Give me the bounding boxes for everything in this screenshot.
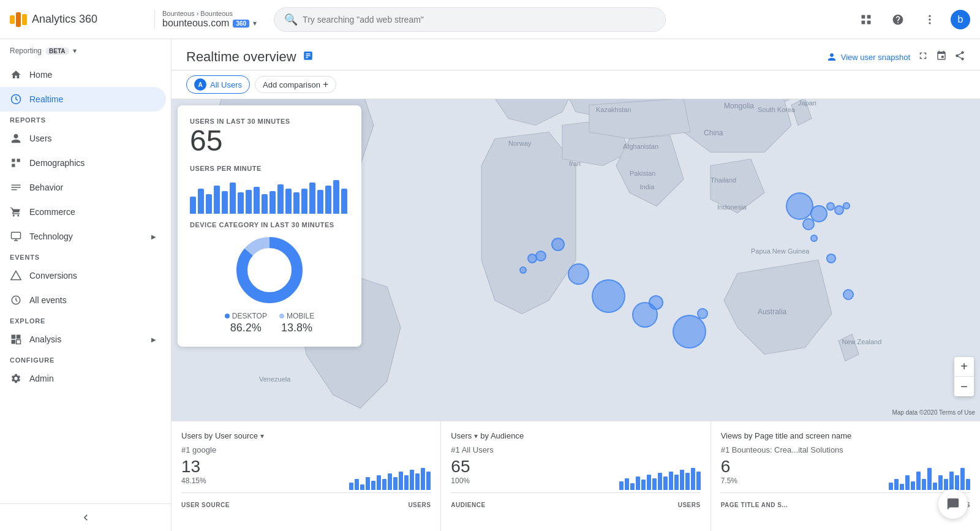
share-icon-button[interactable] <box>954 50 965 64</box>
page-title-card: Views by Page title and screen name #1 B… <box>711 421 980 531</box>
mobile-value: 13.8% <box>281 322 312 334</box>
domain-dropdown-icon[interactable]: ▾ <box>253 19 257 28</box>
svg-point-5 <box>929 18 930 20</box>
audience-dropdown-icon[interactable]: ▾ <box>474 432 478 440</box>
sidebar-collapse-button[interactable] <box>0 503 171 531</box>
sidebar-item-realtime[interactable]: Realtime <box>0 87 166 111</box>
bar-item <box>301 189 307 214</box>
bar-item <box>341 189 347 214</box>
bar-item <box>309 183 315 213</box>
mobile-dot <box>279 314 284 318</box>
mini-bar-item <box>388 473 392 490</box>
bar-item <box>277 184 284 214</box>
page-title-col-left: PAGE TITLE AND S... <box>721 502 788 508</box>
bar-item <box>262 194 268 214</box>
mini-bar-item <box>955 475 959 490</box>
svg-rect-2 <box>862 20 865 24</box>
page-title: Realtime overview <box>186 49 296 65</box>
mini-bar-item <box>938 475 943 490</box>
help-icon-button[interactable] <box>887 9 909 31</box>
svg-rect-13 <box>12 189 17 190</box>
mini-bar-item <box>366 477 370 490</box>
mini-bar-item <box>415 473 420 490</box>
logo-area: Analytics 360 <box>10 12 145 27</box>
page-title-sub: 7.5% <box>721 476 843 485</box>
sidebar-item-demographics[interactable]: Demographics <box>0 151 166 175</box>
sidebar-item-all-events[interactable]: All events <box>0 288 166 312</box>
sidebar-item-users[interactable]: Users <box>0 126 166 151</box>
bar-item <box>190 197 196 214</box>
title-link-icon[interactable] <box>303 50 314 64</box>
mini-bar-item <box>360 484 364 490</box>
mini-bar-item <box>685 473 690 490</box>
mini-bar-item <box>421 468 425 490</box>
svg-text:Norway: Norway <box>508 140 532 147</box>
domain-name: bounteous.com <box>162 18 229 29</box>
bar-item <box>254 187 260 214</box>
apps-icon-button[interactable] <box>855 9 877 31</box>
mini-bar-item <box>426 472 431 490</box>
sidebar-users-label: Users <box>29 134 52 143</box>
beta-badge: BETA <box>45 47 69 55</box>
user-source-col-right: USERS <box>408 502 431 508</box>
sidebar-item-ecommerce[interactable]: Ecommerce <box>0 200 166 224</box>
audience-sub: 100% <box>451 476 493 485</box>
top-actions: b <box>855 9 970 31</box>
desktop-value: 86.2% <box>230 322 262 334</box>
mini-bar-item <box>636 476 640 490</box>
content-area: Realtime overview View user snapshot <box>172 39 980 531</box>
conversions-icon <box>10 269 22 282</box>
breadcrumb-bottom: bounteous.com 360 ▾ <box>162 18 257 29</box>
breadcrumb-parent: Bounteous › Bounteous <box>162 10 257 17</box>
calendar-icon-button[interactable] <box>936 50 947 64</box>
users-icon <box>10 132 22 145</box>
zoom-in-button[interactable]: + <box>954 357 974 377</box>
svg-rect-16 <box>12 335 16 339</box>
sidebar-item-technology[interactable]: Technology ▶ <box>0 224 166 249</box>
user-source-card-title: Users by User source ▾ <box>181 431 431 440</box>
mini-bar-item <box>663 476 668 490</box>
view-snapshot-button[interactable]: View user snapshot <box>826 51 910 62</box>
search-bar[interactable]: 🔍 <box>274 7 666 32</box>
user-avatar[interactable]: b <box>951 10 970 29</box>
mini-bar-item <box>382 479 386 490</box>
audience-col-left: AUDIENCE <box>451 502 485 508</box>
zoom-out-button[interactable]: − <box>954 377 974 396</box>
search-input[interactable] <box>303 15 655 24</box>
sidebar-item-home[interactable]: Home <box>0 62 166 87</box>
desktop-dot <box>225 314 230 318</box>
bar-item <box>325 186 331 214</box>
svg-text:Japan: Japan <box>798 99 816 107</box>
sidebar-item-behavior[interactable]: Behavior <box>0 175 166 200</box>
add-comparison-button[interactable]: Add comparison + <box>255 76 336 93</box>
audience-main: #1 All Users 65 100% <box>451 445 700 490</box>
audience-title2: by Audience <box>480 431 524 440</box>
all-users-filter-chip[interactable]: A All Users <box>186 75 250 94</box>
technology-expand-icon: ▶ <box>151 233 156 240</box>
mini-bar-item <box>949 472 954 490</box>
more-icon-button[interactable] <box>919 9 941 31</box>
mini-bar-item <box>399 472 403 490</box>
sidebar-item-admin[interactable]: Admin <box>0 366 166 391</box>
sidebar-item-analysis[interactable]: Analysis ▶ <box>0 327 166 352</box>
view-snapshot-label: View user snapshot <box>841 53 910 62</box>
mini-bar-item <box>894 479 899 490</box>
add-comparison-label: Add comparison <box>263 80 320 89</box>
analysis-expand-icon: ▶ <box>151 336 156 343</box>
svg-text:Venezuela: Venezuela <box>259 375 291 383</box>
sidebar-item-conversions[interactable]: Conversions <box>0 263 166 288</box>
mini-bar-item <box>966 479 970 490</box>
bar-item <box>206 194 212 214</box>
mini-bar-item <box>647 475 651 490</box>
page-title-value: 6 <box>721 457 843 476</box>
mini-bar-item <box>641 480 646 490</box>
fullscreen-icon-button[interactable] <box>918 50 929 64</box>
user-source-dropdown-icon[interactable]: ▾ <box>260 432 264 440</box>
page-title-main: #1 Bounteous: Crea...ital Solutions 6 7.… <box>721 445 970 490</box>
reporting-dropdown-icon[interactable]: ▾ <box>73 47 77 55</box>
reports-section-label: REPORTS <box>0 111 171 126</box>
user-source-main: #1 google 13 48.15% <box>181 445 431 490</box>
chat-button[interactable] <box>938 489 968 519</box>
sidebar-analysis-label: Analysis <box>29 334 61 344</box>
mini-bar-item <box>393 477 398 490</box>
